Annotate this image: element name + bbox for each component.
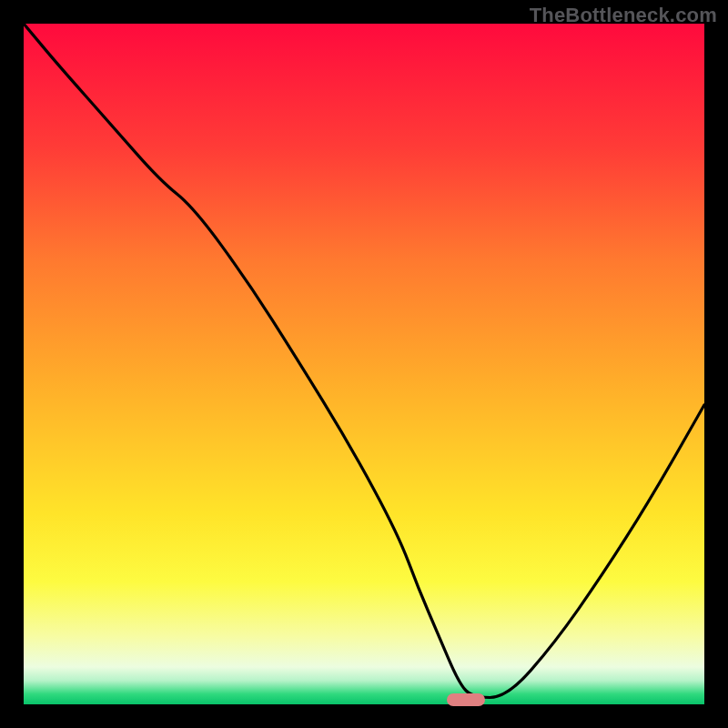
bottleneck-curve xyxy=(24,24,704,704)
chart-frame: TheBottleneck.com xyxy=(0,0,728,728)
plot-area xyxy=(24,24,704,704)
optimal-marker xyxy=(447,693,485,706)
watermark-text: TheBottleneck.com xyxy=(530,4,717,27)
